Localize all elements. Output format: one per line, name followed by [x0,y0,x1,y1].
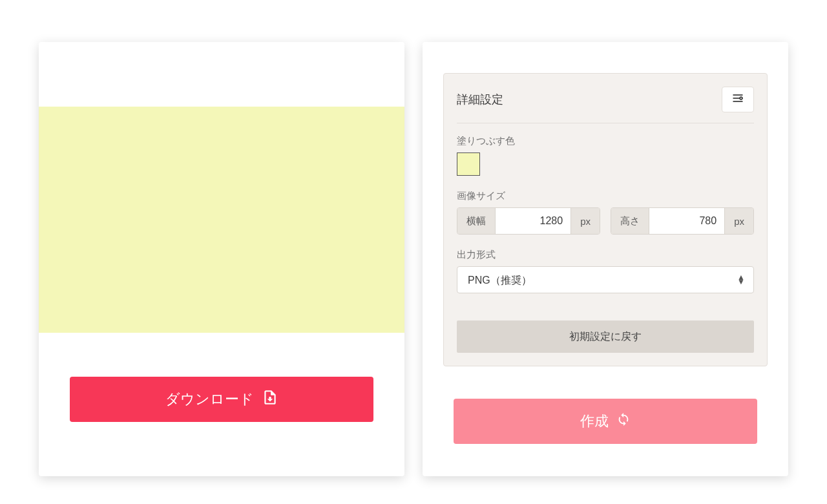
refresh-icon [616,412,631,430]
height-input[interactable] [649,208,724,234]
create-button-label: 作成 [580,412,609,431]
preview-panel: ダウンロード [39,42,404,476]
download-file-icon [262,389,278,410]
height-addon-label: 高さ [611,208,649,234]
create-button[interactable]: 作成 [454,399,757,444]
height-unit-label: px [724,208,753,234]
preview-canvas [39,107,404,333]
output-format-select[interactable]: PNG（推奨） [457,266,754,293]
svg-point-3 [740,97,742,100]
settings-panel: 詳細設定 塗りつぶす色 画像サイズ [423,42,788,476]
settings-title: 詳細設定 [457,92,503,107]
width-unit-label: px [571,208,600,234]
download-button-label: ダウンロード [165,390,254,409]
width-input[interactable] [496,208,571,234]
settings-toggle-button[interactable] [722,87,754,112]
image-size-label: 画像サイズ [457,190,754,202]
fill-color-swatch[interactable] [457,152,480,176]
sliders-icon [729,92,746,107]
height-input-group: 高さ px [611,207,754,235]
reset-button[interactable]: 初期設定に戻す [457,320,754,353]
download-button[interactable]: ダウンロード [70,377,373,422]
reset-button-label: 初期設定に戻す [569,331,642,342]
output-format-label: 出力形式 [457,249,754,261]
settings-box: 詳細設定 塗りつぶす色 画像サイズ [443,73,768,366]
width-input-group: 横幅 px [457,207,600,235]
fill-color-label: 塗りつぶす色 [457,135,754,147]
width-addon-label: 横幅 [457,208,496,234]
